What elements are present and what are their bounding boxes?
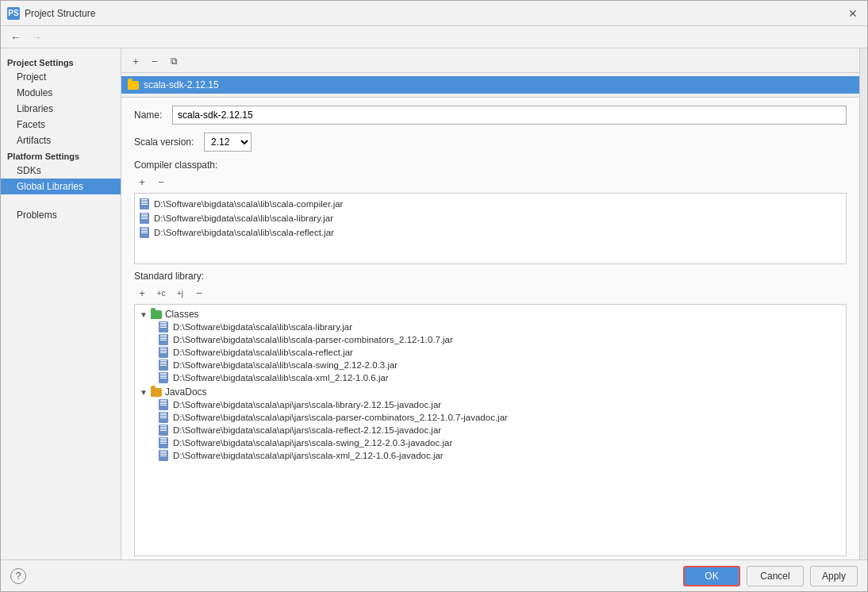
tree-item: D:\Software\bigdata\scala\lib\scala-swin…	[140, 359, 841, 371]
cancel-button[interactable]: Cancel	[747, 566, 804, 586]
sidebar-item-sdks[interactable]: SDKs	[1, 163, 121, 179]
classpath-toolbar: + −	[134, 174, 847, 190]
stdlib-add-button[interactable]: +	[134, 285, 150, 301]
tree-item: D:\Software\bigdata\scala\lib\scala-libr…	[140, 321, 841, 333]
sidebar-item-global-libraries[interactable]: Global Libraries	[1, 179, 121, 194]
project-structure-dialog: PS Project Structure ✕ ← → Project Setti…	[0, 0, 868, 592]
stdlib-add-classes-button[interactable]: +c	[153, 285, 169, 301]
classes-group: ▼ Classes D:\Software\bigdata\scala\lib\…	[140, 308, 841, 384]
file-icon	[159, 372, 168, 383]
bottom-bar: ? OK Cancel Apply	[1, 559, 867, 591]
classes-group-label: Classes	[165, 309, 199, 320]
bottom-right: OK Cancel Apply	[683, 566, 858, 586]
right-panel: + − ⧉ scala-sdk-2.12.15 Name:	[121, 48, 859, 559]
classes-group-header[interactable]: ▼ Classes	[140, 308, 841, 321]
sidebar: Project Settings Project Modules Librari…	[1, 48, 121, 559]
ok-button[interactable]: OK	[683, 566, 740, 586]
sdk-remove-button[interactable]: −	[147, 53, 163, 69]
sidebar-item-artifacts[interactable]: Artifacts	[1, 133, 121, 148]
file-icon	[159, 399, 168, 410]
classpath-item: D:\Software\bigdata\scala\lib\scala-libr…	[140, 211, 841, 225]
tree-item: D:\Software\bigdata\scala\api\jars\scala…	[140, 436, 841, 449]
classpath-item: D:\Software\bigdata\scala\lib\scala-comp…	[140, 197, 841, 211]
classes-folder-icon	[151, 310, 162, 319]
sidebar-item-modules[interactable]: Modules	[1, 85, 121, 101]
file-icon	[159, 412, 168, 423]
tree-item: D:\Software\bigdata\scala\api\jars\scala…	[140, 411, 841, 424]
name-row: Name:	[121, 98, 859, 129]
tree-item: D:\Software\bigdata\scala\api\jars\scala…	[140, 398, 841, 411]
sdk-add-button[interactable]: +	[128, 53, 144, 69]
scala-version-select[interactable]: 2.12 2.11 2.13	[204, 133, 252, 152]
title-bar: PS Project Structure ✕	[1, 1, 867, 26]
name-label: Name:	[134, 110, 166, 121]
back-button[interactable]: ←	[7, 29, 25, 46]
sdk-list-item[interactable]: scala-sdk-2.12.15	[121, 76, 859, 94]
classpath-item-label: D:\Software\bigdata\scala\lib\scala-refl…	[154, 228, 334, 237]
javadocs-group: ▼ JavaDocs D:\Software\bigdata\scala\api…	[140, 386, 841, 462]
nav-toolbar: ← →	[1, 26, 867, 48]
name-input[interactable]	[172, 106, 847, 125]
scala-version-label: Scala version:	[134, 136, 198, 148]
std-lib-toolbar: + +c +j −	[134, 285, 847, 301]
javadocs-folder-icon	[151, 388, 162, 397]
file-icon	[159, 334, 168, 345]
platform-settings-heading: Platform Settings	[1, 148, 121, 163]
title-bar-left: PS Project Structure	[7, 7, 95, 20]
sdk-copy-button[interactable]: ⧉	[166, 53, 182, 69]
help-button[interactable]: ?	[10, 568, 26, 584]
sdk-list-item-label: scala-sdk-2.12.15	[144, 79, 219, 90]
standard-library-label: Standard library:	[134, 271, 847, 282]
sidebar-item-problems[interactable]: Problems	[1, 207, 121, 223]
apply-button[interactable]: Apply	[810, 566, 858, 586]
close-button[interactable]: ✕	[845, 6, 861, 21]
vertical-scrollbar[interactable]	[859, 48, 867, 559]
main-content: Project Settings Project Modules Librari…	[1, 48, 867, 559]
classpath-item-label: D:\Software\bigdata\scala\lib\scala-libr…	[154, 213, 333, 223]
std-lib-tree: ▼ Classes D:\Software\bigdata\scala\lib\…	[134, 304, 847, 556]
chevron-down-icon: ▼	[140, 388, 148, 397]
tree-item: D:\Software\bigdata\scala\lib\scala-pars…	[140, 333, 841, 346]
file-icon	[159, 347, 168, 358]
file-icon	[159, 359, 168, 371]
bottom-left: ?	[10, 568, 26, 584]
classpath-list: D:\Software\bigdata\scala\lib\scala-comp…	[134, 193, 847, 264]
stdlib-remove-button[interactable]: −	[191, 285, 207, 301]
classpath-item: D:\Software\bigdata\scala\lib\scala-refl…	[140, 225, 841, 240]
app-icon: PS	[7, 7, 20, 20]
file-icon	[140, 198, 149, 210]
file-icon	[159, 450, 168, 461]
compiler-classpath-section: Compiler classpath: + − D:\Software\bigd…	[121, 156, 859, 266]
file-icon	[159, 321, 168, 333]
project-settings-heading: Project Settings	[1, 55, 121, 69]
tree-item: D:\Software\bigdata\scala\api\jars\scala…	[140, 424, 841, 436]
sidebar-item-libraries[interactable]: Libraries	[1, 101, 121, 117]
sidebar-item-facets[interactable]: Facets	[1, 117, 121, 133]
classpath-item-label: D:\Software\bigdata\scala\lib\scala-comp…	[154, 199, 343, 209]
right-scroll-container: + − ⧉ scala-sdk-2.12.15 Name:	[121, 48, 867, 559]
file-icon	[140, 213, 149, 224]
standard-library-section: Standard library: + +c +j − ▼	[121, 266, 859, 559]
forward-button[interactable]: →	[28, 29, 45, 46]
file-icon	[159, 437, 168, 448]
tree-item: D:\Software\bigdata\scala\lib\scala-refl…	[140, 346, 841, 359]
file-icon	[159, 425, 168, 436]
tree-item: D:\Software\bigdata\scala\lib\scala-xml_…	[140, 371, 841, 384]
dialog-title: Project Structure	[25, 8, 95, 19]
classpath-remove-button[interactable]: −	[153, 174, 169, 190]
stdlib-add-javadoc-button[interactable]: +j	[172, 285, 188, 301]
classpath-add-button[interactable]: +	[134, 174, 150, 190]
javadocs-group-header[interactable]: ▼ JavaDocs	[140, 386, 841, 398]
tree-item: D:\Software\bigdata\scala\api\jars\scala…	[140, 449, 841, 462]
compiler-classpath-label: Compiler classpath:	[134, 160, 847, 171]
chevron-down-icon: ▼	[140, 310, 148, 319]
folder-icon	[128, 81, 139, 90]
sidebar-item-project[interactable]: Project	[1, 69, 121, 85]
scala-version-row: Scala version: 2.12 2.11 2.13	[121, 129, 859, 156]
javadocs-group-label: JavaDocs	[165, 386, 207, 398]
file-icon	[140, 227, 149, 238]
